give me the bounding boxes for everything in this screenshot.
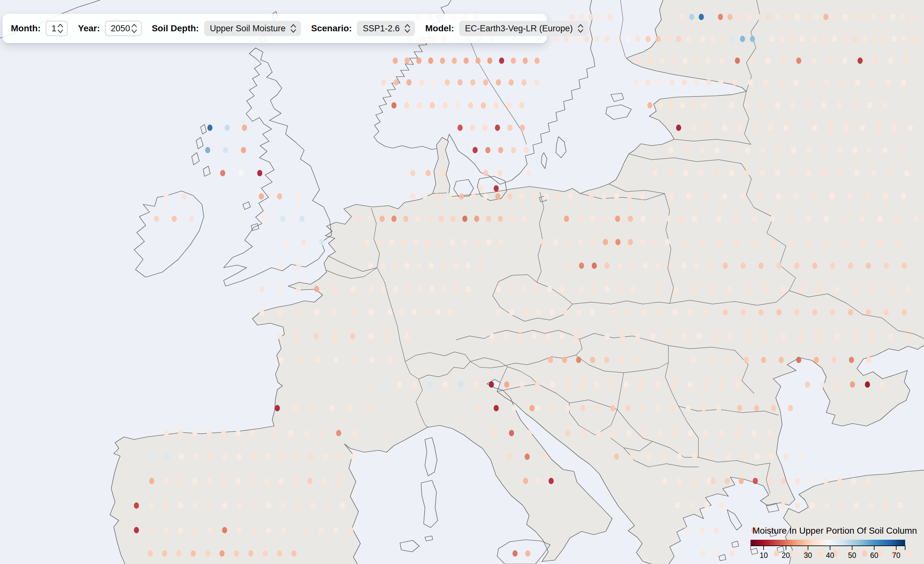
moisture-dot[interactable] — [770, 215, 775, 222]
moisture-dot[interactable] — [696, 333, 702, 340]
moisture-dot[interactable] — [747, 14, 752, 20]
moisture-dot[interactable] — [726, 453, 731, 460]
moisture-dot[interactable] — [648, 57, 653, 64]
moisture-dot[interactable] — [705, 57, 711, 64]
moisture-dot[interactable] — [154, 215, 159, 222]
moisture-dot[interactable] — [293, 405, 298, 411]
moisture-dot[interactable] — [878, 239, 883, 245]
moisture-dot[interactable] — [790, 170, 795, 176]
moisture-dot[interactable] — [314, 333, 319, 340]
moisture-dot[interactable] — [688, 430, 693, 436]
moisture-dot[interactable] — [753, 478, 758, 484]
moisture-dot[interactable] — [527, 430, 532, 436]
moisture-dot[interactable] — [799, 286, 804, 292]
moisture-dot[interactable] — [220, 170, 225, 176]
moisture-dot[interactable] — [397, 381, 402, 388]
moisture-dot[interactable] — [520, 124, 525, 131]
moisture-dot[interactable] — [794, 309, 800, 316]
moisture-dot[interactable] — [259, 193, 264, 200]
moisture-dot[interactable] — [392, 263, 398, 269]
moisture-dot[interactable] — [760, 102, 765, 109]
moisture-dot[interactable] — [574, 333, 579, 340]
moisture-dot[interactable] — [850, 381, 855, 388]
moisture-dot[interactable] — [513, 550, 518, 557]
moisture-dot[interactable] — [476, 57, 480, 64]
moisture-dot[interactable] — [662, 453, 666, 460]
moisture-dot[interactable] — [368, 215, 373, 222]
soil-depth-select[interactable]: Upper Soil Moisture — [204, 21, 301, 36]
moisture-dot[interactable] — [506, 102, 512, 109]
moisture-dot[interactable] — [162, 550, 167, 557]
moisture-dot[interactable] — [662, 478, 667, 484]
moisture-dot[interactable] — [447, 193, 452, 200]
moisture-dot[interactable] — [901, 79, 906, 85]
moisture-dot[interactable] — [689, 14, 694, 20]
moisture-dot[interactable] — [181, 193, 186, 200]
moisture-dot[interactable] — [277, 193, 282, 200]
moisture-dot[interactable] — [674, 286, 679, 292]
moisture-dot[interactable] — [415, 215, 420, 222]
moisture-dot[interactable] — [627, 430, 632, 436]
moisture-dot[interactable] — [806, 147, 812, 153]
moisture-dot[interactable] — [178, 503, 183, 509]
moisture-dot[interactable] — [507, 453, 512, 460]
moisture-dot[interactable] — [193, 453, 198, 460]
moisture-dot[interactable] — [236, 453, 242, 460]
moisture-dot[interactable] — [754, 405, 759, 411]
moisture-dot[interactable] — [472, 147, 478, 153]
moisture-dot[interactable] — [722, 124, 727, 131]
moisture-dot[interactable] — [681, 263, 686, 269]
moisture-dot[interactable] — [627, 193, 632, 200]
moisture-dot[interactable] — [824, 239, 830, 245]
moisture-dot[interactable] — [740, 453, 746, 460]
moisture-dot[interactable] — [730, 36, 735, 42]
moisture-dot[interactable] — [485, 147, 490, 153]
moisture-dot[interactable] — [483, 124, 488, 131]
moisture-dot[interactable] — [720, 36, 725, 42]
moisture-dot[interactable] — [192, 478, 198, 484]
moisture-dot[interactable] — [617, 263, 622, 269]
moisture-dot[interactable] — [333, 527, 339, 533]
moisture-dot[interactable] — [441, 170, 446, 176]
moisture-dot[interactable] — [806, 215, 811, 222]
moisture-dot[interactable] — [279, 478, 284, 484]
moisture-dot[interactable] — [729, 170, 734, 176]
moisture-dot[interactable] — [499, 57, 504, 64]
moisture-dot[interactable] — [608, 14, 613, 20]
moisture-dot[interactable] — [656, 36, 661, 42]
moisture-dot[interactable] — [871, 170, 876, 176]
moisture-dot[interactable] — [534, 79, 539, 85]
moisture-dot[interactable] — [729, 102, 734, 109]
moisture-dot[interactable] — [788, 405, 793, 411]
moisture-dot[interactable] — [714, 527, 719, 533]
moisture-dot[interactable] — [178, 430, 183, 436]
moisture-dot[interactable] — [496, 79, 501, 85]
moisture-dot[interactable] — [633, 79, 638, 85]
moisture-dot[interactable] — [694, 79, 699, 85]
moisture-dot[interactable] — [252, 503, 256, 509]
moisture-dot[interactable] — [898, 147, 903, 153]
moisture-dot[interactable] — [780, 503, 785, 509]
moisture-dot[interactable] — [417, 263, 422, 269]
moisture-dot[interactable] — [737, 405, 742, 411]
moisture-dot[interactable] — [657, 79, 663, 85]
moisture-dot[interactable] — [625, 405, 630, 411]
moisture-dot[interactable] — [842, 239, 848, 245]
moisture-dot[interactable] — [179, 453, 184, 460]
moisture-dot[interactable] — [450, 239, 455, 245]
moisture-dot[interactable] — [489, 381, 494, 388]
moisture-dot[interactable] — [275, 405, 280, 411]
moisture-dot[interactable] — [279, 357, 284, 363]
moisture-dot[interactable] — [640, 215, 646, 222]
moisture-dot[interactable] — [744, 102, 750, 109]
moisture-dot[interactable] — [668, 170, 673, 176]
moisture-dot[interactable] — [768, 124, 773, 131]
moisture-dot[interactable] — [676, 36, 681, 42]
moisture-dot[interactable] — [906, 333, 911, 340]
moisture-dot[interactable] — [550, 381, 555, 388]
moisture-dot[interactable] — [867, 147, 872, 153]
moisture-dot[interactable] — [192, 430, 198, 436]
moisture-dot[interactable] — [794, 263, 800, 269]
moisture-dot[interactable] — [435, 193, 440, 200]
moisture-dot[interactable] — [699, 239, 704, 245]
